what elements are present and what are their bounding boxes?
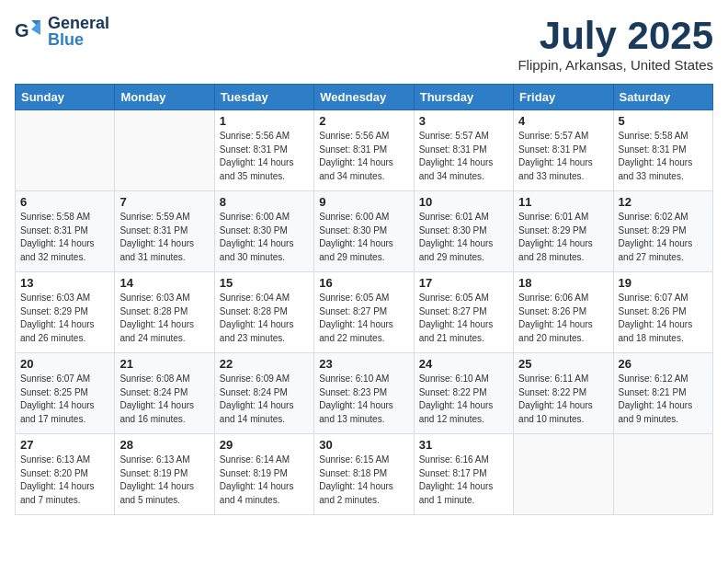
day-number: 31 — [419, 438, 508, 452]
day-detail: Sunrise: 6:01 AMSunset: 8:30 PMDaylight:… — [419, 211, 508, 264]
calendar-cell: 3Sunrise: 5:57 AMSunset: 8:31 PMDaylight… — [414, 110, 513, 191]
day-detail: Sunrise: 6:05 AMSunset: 8:27 PMDaylight:… — [419, 292, 508, 345]
weekday-header: Friday — [514, 85, 613, 110]
day-number: 22 — [220, 357, 309, 371]
day-detail: Sunrise: 6:07 AMSunset: 8:25 PMDaylight:… — [20, 373, 109, 426]
calendar-cell: 8Sunrise: 6:00 AMSunset: 8:30 PMDaylight… — [214, 191, 313, 272]
calendar-cell — [613, 434, 712, 515]
day-number: 29 — [220, 438, 309, 452]
calendar-cell: 24Sunrise: 6:10 AMSunset: 8:22 PMDayligh… — [414, 353, 513, 434]
calendar-cell: 26Sunrise: 6:12 AMSunset: 8:21 PMDayligh… — [613, 353, 712, 434]
day-detail: Sunrise: 6:08 AMSunset: 8:24 PMDaylight:… — [119, 373, 209, 426]
day-detail: Sunrise: 6:00 AMSunset: 8:30 PMDaylight:… — [319, 211, 408, 264]
calendar-cell: 18Sunrise: 6:06 AMSunset: 8:26 PMDayligh… — [514, 272, 613, 353]
day-number: 21 — [119, 357, 209, 371]
day-number: 2 — [319, 114, 408, 128]
day-detail: Sunrise: 6:06 AMSunset: 8:26 PMDaylight:… — [518, 292, 608, 345]
day-number: 3 — [419, 114, 508, 128]
day-number: 9 — [319, 195, 408, 209]
calendar-table: SundayMondayTuesdayWednesdayThursdayFrid… — [15, 84, 713, 515]
calendar-week-row: 27Sunrise: 6:13 AMSunset: 8:20 PMDayligh… — [16, 434, 713, 515]
day-detail: Sunrise: 6:10 AMSunset: 8:22 PMDaylight:… — [419, 373, 508, 426]
day-detail: Sunrise: 6:01 AMSunset: 8:29 PMDaylight:… — [518, 211, 608, 264]
logo-blue: Blue — [48, 31, 109, 48]
main-title: July 2025 — [518, 15, 713, 57]
calendar-week-row: 6Sunrise: 5:58 AMSunset: 8:31 PMDaylight… — [16, 191, 713, 272]
weekday-header: Saturday — [613, 85, 712, 110]
day-number: 1 — [220, 114, 309, 128]
day-detail: Sunrise: 6:09 AMSunset: 8:24 PMDaylight:… — [220, 373, 309, 426]
calendar-cell: 20Sunrise: 6:07 AMSunset: 8:25 PMDayligh… — [16, 353, 115, 434]
day-number: 24 — [419, 357, 508, 371]
day-number: 5 — [619, 114, 708, 128]
svg-text:G: G — [15, 20, 29, 40]
calendar-cell: 5Sunrise: 5:58 AMSunset: 8:31 PMDaylight… — [613, 110, 712, 191]
day-number: 17 — [419, 276, 508, 290]
calendar-cell: 12Sunrise: 6:02 AMSunset: 8:29 PMDayligh… — [613, 191, 712, 272]
calendar-cell: 6Sunrise: 5:58 AMSunset: 8:31 PMDaylight… — [16, 191, 115, 272]
weekday-header-row: SundayMondayTuesdayWednesdayThursdayFrid… — [16, 85, 713, 110]
day-number: 11 — [518, 195, 608, 209]
day-number: 15 — [220, 276, 309, 290]
day-detail: Sunrise: 5:56 AMSunset: 8:31 PMDaylight:… — [220, 130, 309, 183]
day-detail: Sunrise: 6:14 AMSunset: 8:19 PMDaylight:… — [220, 454, 309, 507]
day-number: 16 — [319, 276, 408, 290]
weekday-header: Wednesday — [314, 85, 414, 110]
title-block: July 2025 Flippin, Arkansas, United Stat… — [518, 15, 713, 73]
day-detail: Sunrise: 6:03 AMSunset: 8:28 PMDaylight:… — [119, 292, 209, 345]
day-number: 30 — [319, 438, 408, 452]
day-number: 19 — [619, 276, 708, 290]
calendar-cell: 30Sunrise: 6:15 AMSunset: 8:18 PMDayligh… — [314, 434, 414, 515]
day-detail: Sunrise: 5:57 AMSunset: 8:31 PMDaylight:… — [518, 130, 608, 183]
calendar-week-row: 13Sunrise: 6:03 AMSunset: 8:29 PMDayligh… — [16, 272, 713, 353]
calendar-cell: 14Sunrise: 6:03 AMSunset: 8:28 PMDayligh… — [115, 272, 214, 353]
day-number: 12 — [619, 195, 708, 209]
calendar-cell: 23Sunrise: 6:10 AMSunset: 8:23 PMDayligh… — [314, 353, 414, 434]
page-header: G General Blue July 2025 Flippin, Arkans… — [15, 15, 713, 73]
day-detail: Sunrise: 6:11 AMSunset: 8:22 PMDaylight:… — [518, 373, 608, 426]
day-detail: Sunrise: 5:58 AMSunset: 8:31 PMDaylight:… — [619, 130, 708, 183]
subtitle: Flippin, Arkansas, United States — [518, 57, 713, 73]
day-detail: Sunrise: 6:16 AMSunset: 8:17 PMDaylight:… — [419, 454, 508, 507]
day-number: 7 — [119, 195, 209, 209]
day-number: 10 — [419, 195, 508, 209]
day-detail: Sunrise: 5:59 AMSunset: 8:31 PMDaylight:… — [119, 211, 209, 264]
logo-icon: G — [15, 17, 44, 46]
calendar-cell: 25Sunrise: 6:11 AMSunset: 8:22 PMDayligh… — [514, 353, 613, 434]
weekday-header: Sunday — [16, 85, 115, 110]
logo-general: General — [48, 15, 109, 31]
calendar-cell: 17Sunrise: 6:05 AMSunset: 8:27 PMDayligh… — [414, 272, 513, 353]
day-detail: Sunrise: 6:02 AMSunset: 8:29 PMDaylight:… — [619, 211, 708, 264]
day-detail: Sunrise: 6:13 AMSunset: 8:20 PMDaylight:… — [20, 454, 109, 507]
calendar-cell: 28Sunrise: 6:13 AMSunset: 8:19 PMDayligh… — [115, 434, 214, 515]
calendar-cell: 15Sunrise: 6:04 AMSunset: 8:28 PMDayligh… — [214, 272, 313, 353]
calendar-cell: 1Sunrise: 5:56 AMSunset: 8:31 PMDaylight… — [214, 110, 313, 191]
day-number: 18 — [518, 276, 608, 290]
day-number: 13 — [20, 276, 109, 290]
calendar-cell: 21Sunrise: 6:08 AMSunset: 8:24 PMDayligh… — [115, 353, 214, 434]
day-number: 6 — [20, 195, 109, 209]
day-number: 23 — [319, 357, 408, 371]
day-number: 4 — [518, 114, 608, 128]
calendar-cell — [514, 434, 613, 515]
weekday-header: Thursday — [414, 85, 513, 110]
logo: G General Blue — [15, 15, 109, 48]
day-detail: Sunrise: 6:12 AMSunset: 8:21 PMDaylight:… — [619, 373, 708, 426]
calendar-cell: 19Sunrise: 6:07 AMSunset: 8:26 PMDayligh… — [613, 272, 712, 353]
day-detail: Sunrise: 6:10 AMSunset: 8:23 PMDaylight:… — [319, 373, 408, 426]
day-number: 25 — [518, 357, 608, 371]
calendar-cell: 10Sunrise: 6:01 AMSunset: 8:30 PMDayligh… — [414, 191, 513, 272]
calendar-cell: 9Sunrise: 6:00 AMSunset: 8:30 PMDaylight… — [314, 191, 414, 272]
day-detail: Sunrise: 6:15 AMSunset: 8:18 PMDaylight:… — [319, 454, 408, 507]
day-detail: Sunrise: 6:00 AMSunset: 8:30 PMDaylight:… — [220, 211, 309, 264]
calendar-week-row: 20Sunrise: 6:07 AMSunset: 8:25 PMDayligh… — [16, 353, 713, 434]
calendar-week-row: 1Sunrise: 5:56 AMSunset: 8:31 PMDaylight… — [16, 110, 713, 191]
calendar-cell: 11Sunrise: 6:01 AMSunset: 8:29 PMDayligh… — [514, 191, 613, 272]
day-number: 27 — [20, 438, 109, 452]
day-detail: Sunrise: 6:05 AMSunset: 8:27 PMDaylight:… — [319, 292, 408, 345]
day-detail: Sunrise: 6:03 AMSunset: 8:29 PMDaylight:… — [20, 292, 109, 345]
day-detail: Sunrise: 6:13 AMSunset: 8:19 PMDaylight:… — [119, 454, 209, 507]
calendar-cell: 22Sunrise: 6:09 AMSunset: 8:24 PMDayligh… — [214, 353, 313, 434]
day-detail: Sunrise: 5:58 AMSunset: 8:31 PMDaylight:… — [20, 211, 109, 264]
day-number: 26 — [619, 357, 708, 371]
